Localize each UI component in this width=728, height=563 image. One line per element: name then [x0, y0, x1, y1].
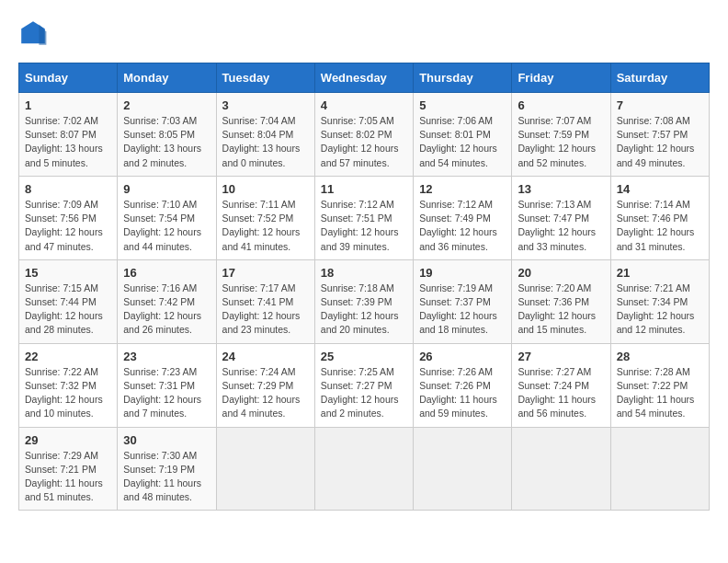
calendar-cell: [216, 427, 314, 511]
calendar-cell: 29Sunrise: 7:29 AMSunset: 7:21 PMDayligh…: [19, 427, 118, 511]
calendar-week-4: 22Sunrise: 7:22 AMSunset: 7:32 PMDayligh…: [19, 343, 710, 427]
calendar-cell: 16Sunrise: 7:16 AMSunset: 7:42 PMDayligh…: [118, 259, 216, 343]
day-number: 5: [419, 98, 506, 112]
day-info: Sunrise: 7:05 AMSunset: 8:02 PMDaylight:…: [321, 114, 407, 170]
calendar-cell: 28Sunrise: 7:28 AMSunset: 7:22 PMDayligh…: [610, 343, 709, 427]
logo-icon: [18, 18, 48, 48]
day-number: 28: [617, 350, 703, 363]
day-number: 26: [419, 350, 506, 363]
day-info: Sunrise: 7:27 AMSunset: 7:24 PMDaylight:…: [518, 365, 604, 421]
day-number: 3: [222, 98, 309, 112]
day-number: 9: [123, 182, 210, 196]
day-info: Sunrise: 7:28 AMSunset: 7:22 PMDaylight:…: [617, 365, 703, 421]
day-info: Sunrise: 7:26 AMSunset: 7:26 PMDaylight:…: [419, 365, 506, 421]
day-number: 14: [617, 182, 703, 196]
calendar-cell: 7Sunrise: 7:08 AMSunset: 7:57 PMDaylight…: [610, 93, 709, 177]
calendar-cell: 1Sunrise: 7:02 AMSunset: 8:07 PMDaylight…: [19, 93, 118, 177]
logo: [18, 18, 53, 48]
day-info: Sunrise: 7:24 AMSunset: 7:29 PMDaylight:…: [222, 365, 309, 421]
calendar-cell: 4Sunrise: 7:05 AMSunset: 8:02 PMDaylight…: [314, 93, 413, 177]
day-info: Sunrise: 7:30 AMSunset: 7:19 PMDaylight:…: [123, 449, 210, 505]
day-info: Sunrise: 7:04 AMSunset: 8:04 PMDaylight:…: [222, 114, 309, 170]
calendar-cell: 15Sunrise: 7:15 AMSunset: 7:44 PMDayligh…: [19, 259, 118, 343]
day-number: 11: [321, 182, 407, 196]
day-number: 10: [222, 182, 309, 196]
day-number: 12: [419, 182, 506, 196]
calendar-table: SundayMondayTuesdayWednesdayThursdayFrid…: [18, 63, 710, 511]
day-info: Sunrise: 7:13 AMSunset: 7:47 PMDaylight:…: [518, 198, 604, 254]
day-number: 22: [25, 350, 111, 363]
calendar-cell: 21Sunrise: 7:21 AMSunset: 7:34 PMDayligh…: [610, 259, 709, 343]
day-info: Sunrise: 7:22 AMSunset: 7:32 PMDaylight:…: [25, 365, 111, 421]
day-info: Sunrise: 7:25 AMSunset: 7:27 PMDaylight:…: [321, 365, 407, 421]
col-header-sunday: Sunday: [19, 63, 118, 93]
day-number: 21: [617, 266, 703, 280]
day-number: 7: [617, 98, 703, 112]
calendar-cell: [610, 427, 709, 511]
day-number: 23: [123, 350, 210, 363]
calendar-cell: 25Sunrise: 7:25 AMSunset: 7:27 PMDayligh…: [314, 343, 413, 427]
calendar-cell: 5Sunrise: 7:06 AMSunset: 8:01 PMDaylight…: [414, 93, 512, 177]
day-number: 19: [419, 266, 506, 280]
calendar-cell: 2Sunrise: 7:03 AMSunset: 8:05 PMDaylight…: [118, 93, 216, 177]
calendar-cell: 3Sunrise: 7:04 AMSunset: 8:04 PMDaylight…: [216, 93, 314, 177]
calendar-cell: 13Sunrise: 7:13 AMSunset: 7:47 PMDayligh…: [512, 176, 610, 259]
day-number: 16: [123, 266, 210, 280]
day-number: 25: [321, 350, 407, 363]
calendar-cell: 30Sunrise: 7:30 AMSunset: 7:19 PMDayligh…: [118, 427, 216, 511]
day-number: 24: [222, 350, 309, 363]
day-info: Sunrise: 7:10 AMSunset: 7:54 PMDaylight:…: [123, 198, 210, 254]
day-number: 30: [123, 433, 210, 447]
day-number: 2: [123, 98, 210, 112]
day-info: Sunrise: 7:21 AMSunset: 7:34 PMDaylight:…: [617, 282, 703, 338]
day-number: 4: [321, 98, 407, 112]
day-info: Sunrise: 7:16 AMSunset: 7:42 PMDaylight:…: [123, 282, 210, 338]
day-info: Sunrise: 7:29 AMSunset: 7:21 PMDaylight:…: [25, 449, 111, 505]
day-info: Sunrise: 7:03 AMSunset: 8:05 PMDaylight:…: [123, 114, 210, 170]
day-info: Sunrise: 7:08 AMSunset: 7:57 PMDaylight:…: [617, 114, 703, 170]
day-info: Sunrise: 7:20 AMSunset: 7:36 PMDaylight:…: [518, 282, 604, 338]
calendar-cell: [314, 427, 413, 511]
calendar-cell: 6Sunrise: 7:07 AMSunset: 7:59 PMDaylight…: [512, 93, 610, 177]
day-number: 8: [25, 182, 111, 196]
calendar-week-1: 1Sunrise: 7:02 AMSunset: 8:07 PMDaylight…: [19, 93, 710, 177]
day-info: Sunrise: 7:15 AMSunset: 7:44 PMDaylight:…: [25, 282, 111, 338]
calendar-week-3: 15Sunrise: 7:15 AMSunset: 7:44 PMDayligh…: [19, 259, 710, 343]
calendar-cell: [512, 427, 610, 511]
calendar-cell: 9Sunrise: 7:10 AMSunset: 7:54 PMDaylight…: [118, 176, 216, 259]
calendar-header-row: SundayMondayTuesdayWednesdayThursdayFrid…: [19, 63, 710, 93]
col-header-tuesday: Tuesday: [216, 63, 314, 93]
calendar-cell: 8Sunrise: 7:09 AMSunset: 7:56 PMDaylight…: [19, 176, 118, 259]
day-info: Sunrise: 7:12 AMSunset: 7:49 PMDaylight:…: [419, 198, 506, 254]
calendar-cell: 23Sunrise: 7:23 AMSunset: 7:31 PMDayligh…: [118, 343, 216, 427]
day-info: Sunrise: 7:14 AMSunset: 7:46 PMDaylight:…: [617, 198, 703, 254]
calendar-cell: 12Sunrise: 7:12 AMSunset: 7:49 PMDayligh…: [414, 176, 512, 259]
calendar-cell: 19Sunrise: 7:19 AMSunset: 7:37 PMDayligh…: [414, 259, 512, 343]
day-info: Sunrise: 7:17 AMSunset: 7:41 PMDaylight:…: [222, 282, 309, 338]
day-number: 20: [518, 266, 604, 280]
col-header-monday: Monday: [118, 63, 216, 93]
calendar-week-5: 29Sunrise: 7:29 AMSunset: 7:21 PMDayligh…: [19, 427, 710, 511]
day-info: Sunrise: 7:06 AMSunset: 8:01 PMDaylight:…: [419, 114, 506, 170]
day-number: 18: [321, 266, 407, 280]
day-info: Sunrise: 7:07 AMSunset: 7:59 PMDaylight:…: [518, 114, 604, 170]
day-info: Sunrise: 7:19 AMSunset: 7:37 PMDaylight:…: [419, 282, 506, 338]
col-header-thursday: Thursday: [414, 63, 512, 93]
day-number: 1: [25, 98, 111, 112]
col-header-wednesday: Wednesday: [314, 63, 413, 93]
calendar-cell: 20Sunrise: 7:20 AMSunset: 7:36 PMDayligh…: [512, 259, 610, 343]
day-info: Sunrise: 7:02 AMSunset: 8:07 PMDaylight:…: [25, 114, 111, 170]
day-info: Sunrise: 7:12 AMSunset: 7:51 PMDaylight:…: [321, 198, 407, 254]
calendar-cell: 17Sunrise: 7:17 AMSunset: 7:41 PMDayligh…: [216, 259, 314, 343]
calendar-cell: 22Sunrise: 7:22 AMSunset: 7:32 PMDayligh…: [19, 343, 118, 427]
col-header-saturday: Saturday: [610, 63, 709, 93]
calendar-cell: 26Sunrise: 7:26 AMSunset: 7:26 PMDayligh…: [414, 343, 512, 427]
day-number: 13: [518, 182, 604, 196]
col-header-friday: Friday: [512, 63, 610, 93]
calendar-cell: 24Sunrise: 7:24 AMSunset: 7:29 PMDayligh…: [216, 343, 314, 427]
calendar-cell: 27Sunrise: 7:27 AMSunset: 7:24 PMDayligh…: [512, 343, 610, 427]
day-info: Sunrise: 7:23 AMSunset: 7:31 PMDaylight:…: [123, 365, 210, 421]
calendar-cell: 11Sunrise: 7:12 AMSunset: 7:51 PMDayligh…: [314, 176, 413, 259]
day-number: 29: [25, 433, 111, 447]
calendar-cell: 10Sunrise: 7:11 AMSunset: 7:52 PMDayligh…: [216, 176, 314, 259]
